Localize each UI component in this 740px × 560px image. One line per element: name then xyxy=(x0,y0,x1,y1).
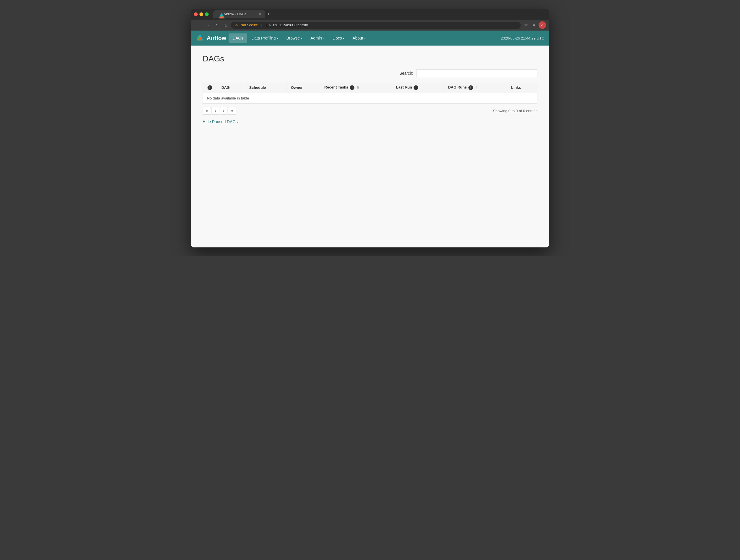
table-header: i DAG Schedule Owner Recent Tasks xyxy=(203,82,537,93)
tab-title: Airflow - DAGs xyxy=(224,12,247,16)
col-owner: Owner xyxy=(287,82,320,93)
browse-caret-icon: ▾ xyxy=(301,37,302,40)
search-row: Search: xyxy=(203,69,537,77)
navbar-timestamp: 2020-05-26 21:44:29 UTC xyxy=(501,36,544,40)
user-avatar[interactable]: A xyxy=(539,21,546,29)
browser-window: Airflow - DAGs × + ← → ↻ ⌂ ⚠ Not Secure … xyxy=(191,9,549,247)
pagination-row: « ‹ › » Showing 0 to 0 of 0 entries xyxy=(203,107,537,115)
reload-button[interactable]: ↻ xyxy=(213,22,220,28)
user-avatar-icon: A xyxy=(541,23,543,27)
col-last-run: Last Run i xyxy=(392,82,444,93)
pagination-first-button[interactable]: « xyxy=(203,107,211,115)
pagination-info: Showing 0 to 0 of 0 entries xyxy=(237,109,537,113)
dag-runs-info-icon[interactable]: i xyxy=(468,85,473,90)
nav-links: DAGs Data Profiling ▾ Browse ▾ Admin ▾ D… xyxy=(228,33,501,43)
app-window: Airflow DAGs Data Profiling ▾ Browse ▾ A… xyxy=(191,30,549,247)
bookmark-button[interactable]: ☆ xyxy=(523,21,529,29)
pagination-controls: « ‹ › » xyxy=(203,107,237,115)
toolbar-actions: ☆ ≡ A xyxy=(523,21,546,29)
page-title: DAGs xyxy=(203,54,537,64)
pagination-next-button[interactable]: › xyxy=(220,107,227,115)
nav-item-about[interactable]: About ▾ xyxy=(348,33,370,43)
admin-caret-icon: ▾ xyxy=(323,37,325,40)
page-content: DAGs Search: i DAG xyxy=(191,45,549,247)
hide-paused-dags-link[interactable]: Hide Paused DAGs xyxy=(203,119,238,124)
recent-tasks-info-icon[interactable]: i xyxy=(350,85,354,90)
data-profiling-caret-icon: ▾ xyxy=(277,37,278,40)
extensions-button[interactable]: ≡ xyxy=(531,22,536,29)
brand-name: Airflow xyxy=(207,35,226,41)
table-body: No data available in table xyxy=(203,93,537,103)
tab-close-button[interactable]: × xyxy=(259,12,261,16)
recent-tasks-sort-icon[interactable]: ⇅ xyxy=(357,86,359,89)
col-recent-tasks: Recent Tasks i ⇅ xyxy=(320,82,392,93)
browser-toolbar: ← → ↻ ⌂ ⚠ Not Secure | 192.168.1.150:808… xyxy=(191,20,549,30)
browser-tab[interactable]: Airflow - DAGs × xyxy=(213,10,265,18)
nav-item-admin[interactable]: Admin ▾ xyxy=(306,33,329,43)
url-separator: | xyxy=(262,23,262,27)
minimize-window-button[interactable] xyxy=(199,12,203,16)
new-tab-button[interactable]: + xyxy=(267,11,270,17)
navbar-brand[interactable]: Airflow xyxy=(196,34,226,42)
col-schedule: Schedule xyxy=(245,82,287,93)
pagination-prev-button[interactable]: ‹ xyxy=(211,107,219,115)
nav-item-docs[interactable]: Docs ▾ xyxy=(329,33,349,43)
security-icon: ⚠ xyxy=(235,23,238,27)
airflow-logo-icon xyxy=(196,34,204,42)
last-run-info-icon[interactable]: i xyxy=(413,85,418,90)
table-empty-message: No data available in table xyxy=(203,93,537,103)
docs-caret-icon: ▾ xyxy=(343,37,344,40)
col-links: Links xyxy=(507,82,537,93)
about-caret-icon: ▾ xyxy=(364,37,366,40)
url-display: 192.168.1.150:8080/admin/ xyxy=(266,23,308,27)
tab-favicon-icon xyxy=(217,12,221,16)
tab-bar: Airflow - DAGs × + xyxy=(213,10,546,18)
table-empty-row: No data available in table xyxy=(203,93,537,103)
dag-runs-sort-icon[interactable]: ⇅ xyxy=(475,86,478,89)
main-navbar: Airflow DAGs Data Profiling ▾ Browse ▾ A… xyxy=(191,30,549,45)
browser-titlebar: Airflow - DAGs × + xyxy=(191,9,549,20)
not-secure-label: Not Secure xyxy=(241,23,258,27)
back-button[interactable]: ← xyxy=(194,22,201,28)
search-input[interactable] xyxy=(416,69,537,77)
table-header-row: i DAG Schedule Owner Recent Tasks xyxy=(203,82,537,93)
dag-table: i DAG Schedule Owner Recent Tasks xyxy=(203,82,537,104)
col-dag-runs: DAG Runs i ⇅ xyxy=(444,82,507,93)
col-info-icon[interactable]: i xyxy=(207,85,212,90)
traffic-lights xyxy=(194,12,209,16)
nav-item-browse[interactable]: Browse ▾ xyxy=(282,33,306,43)
pagination-last-button[interactable]: » xyxy=(228,107,237,115)
home-button[interactable]: ⌂ xyxy=(223,22,228,28)
close-window-button[interactable] xyxy=(194,12,198,16)
nav-item-dags[interactable]: DAGs xyxy=(228,33,247,43)
search-label: Search: xyxy=(399,71,413,76)
nav-item-data-profiling[interactable]: Data Profiling ▾ xyxy=(247,33,282,43)
col-dag: DAG xyxy=(217,82,245,93)
maximize-window-button[interactable] xyxy=(205,12,209,16)
forward-button[interactable]: → xyxy=(204,22,211,28)
col-info: i xyxy=(203,82,217,93)
address-bar[interactable]: ⚠ Not Secure | 192.168.1.150:8080/admin/ xyxy=(231,22,521,29)
